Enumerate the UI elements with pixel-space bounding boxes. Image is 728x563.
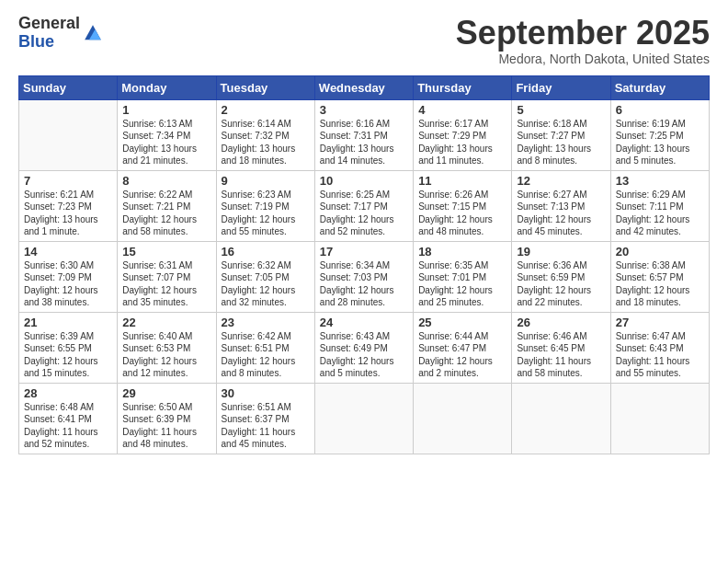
day-number: 27 — [616, 316, 704, 329]
calendar-cell — [512, 383, 610, 454]
calendar-cell: 11Sunrise: 6:26 AM Sunset: 7:15 PM Dayli… — [414, 170, 512, 241]
calendar-cell: 22Sunrise: 6:40 AM Sunset: 6:53 PM Dayli… — [118, 312, 216, 383]
day-number: 25 — [418, 316, 506, 329]
calendar-cell: 23Sunrise: 6:42 AM Sunset: 6:51 PM Dayli… — [216, 312, 314, 383]
day-number: 11 — [418, 174, 506, 188]
logo-icon — [82, 22, 104, 44]
day-info: Sunrise: 6:40 AM Sunset: 6:53 PM Dayligh… — [122, 330, 210, 380]
calendar-cell: 14Sunrise: 6:30 AM Sunset: 7:09 PM Dayli… — [19, 241, 118, 312]
calendar-cell: 2Sunrise: 6:14 AM Sunset: 7:32 PM Daylig… — [216, 99, 314, 170]
calendar-cell: 7Sunrise: 6:21 AM Sunset: 7:23 PM Daylig… — [19, 170, 118, 241]
day-number: 21 — [24, 316, 112, 329]
header-thursday: Thursday — [414, 75, 512, 99]
day-info: Sunrise: 6:51 AM Sunset: 6:37 PM Dayligh… — [222, 401, 310, 451]
calendar-cell: 27Sunrise: 6:47 AM Sunset: 6:43 PM Dayli… — [610, 312, 709, 383]
day-number: 3 — [320, 103, 408, 117]
day-number: 1 — [122, 103, 210, 117]
day-number: 22 — [122, 316, 210, 329]
day-info: Sunrise: 6:16 AM Sunset: 7:31 PM Dayligh… — [320, 118, 408, 167]
day-info: Sunrise: 6:26 AM Sunset: 7:15 PM Dayligh… — [418, 189, 506, 238]
logo-general: General — [18, 15, 80, 33]
calendar-week-row: 28Sunrise: 6:48 AM Sunset: 6:41 PM Dayli… — [19, 383, 710, 454]
calendar-cell: 8Sunrise: 6:22 AM Sunset: 7:21 PM Daylig… — [118, 170, 216, 241]
calendar-cell: 3Sunrise: 6:16 AM Sunset: 7:31 PM Daylig… — [314, 99, 413, 170]
day-number: 5 — [517, 103, 605, 117]
calendar-cell: 19Sunrise: 6:36 AM Sunset: 6:59 PM Dayli… — [512, 241, 610, 312]
day-info: Sunrise: 6:50 AM Sunset: 6:39 PM Dayligh… — [122, 401, 210, 451]
day-info: Sunrise: 6:36 AM Sunset: 6:59 PM Dayligh… — [517, 259, 605, 309]
day-info: Sunrise: 6:13 AM Sunset: 7:34 PM Dayligh… — [122, 118, 210, 167]
calendar-cell — [610, 383, 709, 454]
day-info: Sunrise: 6:29 AM Sunset: 7:11 PM Dayligh… — [616, 189, 704, 238]
calendar-cell: 10Sunrise: 6:25 AM Sunset: 7:17 PM Dayli… — [314, 170, 413, 241]
day-info: Sunrise: 6:18 AM Sunset: 7:27 PM Dayligh… — [517, 118, 605, 167]
header-monday: Monday — [118, 75, 216, 99]
calendar-cell: 18Sunrise: 6:35 AM Sunset: 7:01 PM Dayli… — [414, 241, 512, 312]
location-subtitle: Medora, North Dakota, United States — [456, 52, 710, 66]
day-info: Sunrise: 6:48 AM Sunset: 6:41 PM Dayligh… — [24, 401, 112, 451]
header-wednesday: Wednesday — [314, 75, 413, 99]
day-info: Sunrise: 6:19 AM Sunset: 7:25 PM Dayligh… — [616, 118, 704, 167]
day-info: Sunrise: 6:22 AM Sunset: 7:21 PM Dayligh… — [122, 189, 210, 238]
header: General Blue September 2025 Medora, Nort… — [18, 15, 710, 66]
calendar-cell: 21Sunrise: 6:39 AM Sunset: 6:55 PM Dayli… — [19, 312, 118, 383]
day-info: Sunrise: 6:27 AM Sunset: 7:13 PM Dayligh… — [517, 189, 605, 238]
calendar-cell: 26Sunrise: 6:46 AM Sunset: 6:45 PM Dayli… — [512, 312, 610, 383]
day-number: 2 — [222, 103, 310, 117]
day-number: 29 — [122, 386, 210, 400]
header-friday: Friday — [512, 75, 610, 99]
day-number: 15 — [122, 245, 210, 259]
day-number: 9 — [222, 174, 310, 188]
day-info: Sunrise: 6:17 AM Sunset: 7:29 PM Dayligh… — [418, 118, 506, 167]
day-number: 19 — [517, 245, 605, 259]
day-number: 30 — [222, 386, 310, 400]
day-number: 16 — [222, 245, 310, 259]
day-info: Sunrise: 6:47 AM Sunset: 6:43 PM Dayligh… — [616, 330, 704, 380]
calendar-cell: 5Sunrise: 6:18 AM Sunset: 7:27 PM Daylig… — [512, 99, 610, 170]
day-number: 4 — [418, 103, 506, 117]
calendar-cell: 28Sunrise: 6:48 AM Sunset: 6:41 PM Dayli… — [19, 383, 118, 454]
calendar-cell: 1Sunrise: 6:13 AM Sunset: 7:34 PM Daylig… — [118, 99, 216, 170]
calendar-cell: 24Sunrise: 6:43 AM Sunset: 6:49 PM Dayli… — [314, 312, 413, 383]
calendar-cell — [414, 383, 512, 454]
calendar-cell: 29Sunrise: 6:50 AM Sunset: 6:39 PM Dayli… — [118, 383, 216, 454]
calendar: Sunday Monday Tuesday Wednesday Thursday… — [18, 75, 710, 454]
header-sunday: Sunday — [19, 75, 118, 99]
calendar-cell: 13Sunrise: 6:29 AM Sunset: 7:11 PM Dayli… — [610, 170, 709, 241]
day-info: Sunrise: 6:14 AM Sunset: 7:32 PM Dayligh… — [222, 118, 310, 167]
day-number: 20 — [616, 245, 704, 259]
calendar-cell: 12Sunrise: 6:27 AM Sunset: 7:13 PM Dayli… — [512, 170, 610, 241]
weekday-header-row: Sunday Monday Tuesday Wednesday Thursday… — [19, 75, 710, 99]
day-number: 12 — [517, 174, 605, 188]
day-info: Sunrise: 6:25 AM Sunset: 7:17 PM Dayligh… — [320, 189, 408, 238]
calendar-cell: 17Sunrise: 6:34 AM Sunset: 7:03 PM Dayli… — [314, 241, 413, 312]
header-tuesday: Tuesday — [216, 75, 314, 99]
calendar-cell — [314, 383, 413, 454]
day-info: Sunrise: 6:31 AM Sunset: 7:07 PM Dayligh… — [122, 259, 210, 309]
calendar-week-row: 7Sunrise: 6:21 AM Sunset: 7:23 PM Daylig… — [19, 170, 710, 241]
day-info: Sunrise: 6:32 AM Sunset: 7:05 PM Dayligh… — [222, 259, 310, 309]
title-block: September 2025 Medora, North Dakota, Uni… — [456, 15, 710, 66]
calendar-cell: 30Sunrise: 6:51 AM Sunset: 6:37 PM Dayli… — [216, 383, 314, 454]
calendar-week-row: 14Sunrise: 6:30 AM Sunset: 7:09 PM Dayli… — [19, 241, 710, 312]
calendar-cell: 9Sunrise: 6:23 AM Sunset: 7:19 PM Daylig… — [216, 170, 314, 241]
day-number: 14 — [24, 245, 112, 259]
calendar-cell — [19, 99, 118, 170]
day-info: Sunrise: 6:21 AM Sunset: 7:23 PM Dayligh… — [24, 189, 112, 238]
day-number: 24 — [320, 316, 408, 329]
day-info: Sunrise: 6:23 AM Sunset: 7:19 PM Dayligh… — [222, 189, 310, 238]
day-info: Sunrise: 6:39 AM Sunset: 6:55 PM Dayligh… — [24, 330, 112, 380]
day-number: 23 — [222, 316, 310, 329]
day-number: 10 — [320, 174, 408, 188]
calendar-cell: 4Sunrise: 6:17 AM Sunset: 7:29 PM Daylig… — [414, 99, 512, 170]
day-info: Sunrise: 6:34 AM Sunset: 7:03 PM Dayligh… — [320, 259, 408, 309]
page: General Blue September 2025 Medora, Nort… — [0, 0, 728, 563]
calendar-cell: 6Sunrise: 6:19 AM Sunset: 7:25 PM Daylig… — [610, 99, 709, 170]
calendar-cell: 16Sunrise: 6:32 AM Sunset: 7:05 PM Dayli… — [216, 241, 314, 312]
month-title: September 2025 — [456, 15, 710, 52]
day-number: 26 — [517, 316, 605, 329]
logo: General Blue — [18, 15, 104, 52]
header-saturday: Saturday — [610, 75, 709, 99]
calendar-cell: 25Sunrise: 6:44 AM Sunset: 6:47 PM Dayli… — [414, 312, 512, 383]
calendar-cell: 20Sunrise: 6:38 AM Sunset: 6:57 PM Dayli… — [610, 241, 709, 312]
